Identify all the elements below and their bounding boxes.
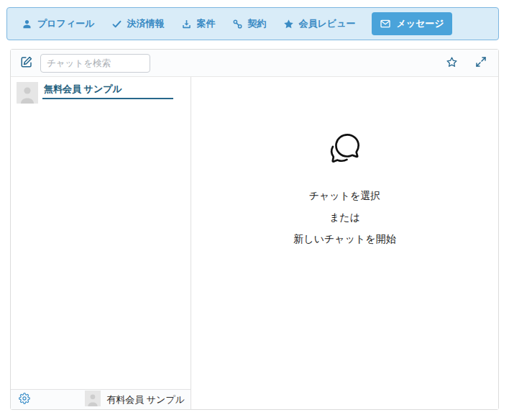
nav-item-profile[interactable]: プロフィール (22, 17, 95, 30)
empty-state-line: または (329, 206, 360, 228)
chatbubbles-icon (329, 132, 362, 168)
chat-main-area: チャットを選択 または 新しいチャットを開始 (191, 77, 498, 409)
nav-item-label: 契約 (248, 17, 267, 30)
nav-item-reviews[interactable]: 会員レビュー (283, 17, 356, 30)
gear-icon (19, 393, 30, 406)
link-icon (232, 19, 243, 29)
check-icon (111, 19, 122, 29)
footer-user-name: 有料会員 サンプル (106, 393, 185, 406)
expand-icon (475, 56, 487, 70)
nav-item-contract[interactable]: 契約 (232, 17, 267, 30)
toolbar-right-actions (446, 56, 489, 70)
chat-name: 無料会員 サンプル (42, 82, 173, 99)
empty-state-line: 新しいチャットを開始 (293, 228, 395, 250)
compose-button[interactable] (20, 55, 33, 70)
nav-item-label: 案件 (197, 17, 216, 30)
chat-list: 無料会員 サンプル (11, 77, 191, 389)
expand-button[interactable] (475, 56, 487, 70)
nav-item-label: メッセージ (396, 17, 444, 30)
messaging-panel: 無料会員 サンプル 有料会員 サンプル (10, 49, 499, 410)
nav-item-payment[interactable]: 決済情報 (111, 17, 165, 30)
nav-item-label: 会員レビュー (299, 17, 356, 30)
star-icon (283, 19, 294, 29)
settings-button[interactable] (19, 393, 30, 406)
chat-sidebar: 無料会員 サンプル 有料会員 サンプル (11, 77, 191, 409)
star-outline-icon (446, 56, 458, 70)
footer-user[interactable]: 有料会員 サンプル (85, 391, 185, 409)
nav-item-messages[interactable]: メッセージ (372, 12, 451, 35)
envelope-icon (380, 18, 391, 29)
download-icon (181, 19, 192, 29)
nav-item-label: プロフィール (37, 17, 95, 30)
favorite-button[interactable] (446, 56, 458, 70)
sidebar-footer: 有料会員 サンプル (11, 389, 191, 409)
empty-state-line: チャットを選択 (309, 185, 381, 206)
nav-item-label: 決済情報 (127, 17, 165, 30)
top-navigation: プロフィール 決済情報 案件 契約 会員レビュー メッセージ (6, 7, 499, 40)
compose-icon (20, 55, 33, 70)
chat-list-item[interactable]: 無料会員 サンプル (17, 82, 185, 106)
nav-item-projects[interactable]: 案件 (181, 17, 216, 30)
chat-toolbar (11, 50, 498, 77)
user-icon (22, 19, 32, 29)
avatar (17, 82, 38, 106)
chat-body: 無料会員 サンプル 有料会員 サンプル (11, 77, 498, 409)
avatar (85, 391, 101, 409)
search-input[interactable] (40, 54, 150, 73)
